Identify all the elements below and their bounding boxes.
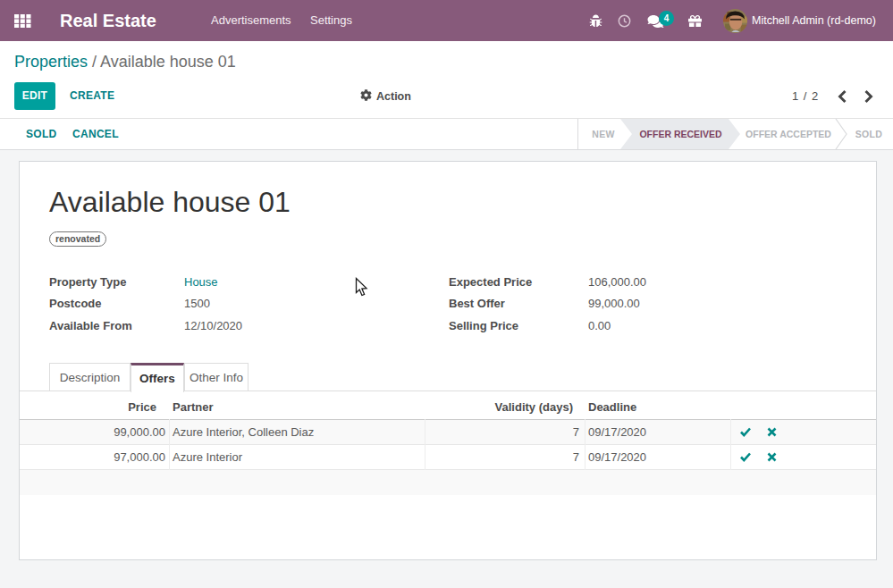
svg-text:OFFER RECEIVED: OFFER RECEIVED bbox=[639, 129, 722, 139]
svg-text:OFFER ACCEPTED: OFFER ACCEPTED bbox=[746, 129, 831, 139]
svg-text:NEW: NEW bbox=[592, 129, 614, 139]
svg-text:SOLD: SOLD bbox=[855, 129, 882, 139]
